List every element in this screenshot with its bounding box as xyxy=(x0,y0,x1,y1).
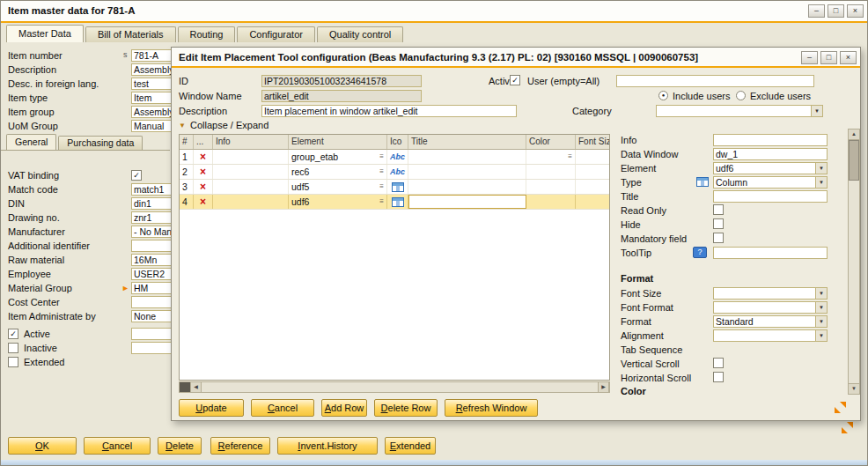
delete-row-icon[interactable]: × xyxy=(200,152,206,162)
chevron-down-icon[interactable]: ▼ xyxy=(815,288,827,299)
font-size-dropdown[interactable]: ▼ xyxy=(713,287,828,300)
cell-font-size[interactable] xyxy=(576,195,610,209)
drag-handle-icon[interactable]: ≡ xyxy=(379,198,384,205)
cell-info[interactable] xyxy=(213,180,289,194)
inactive-checkbox[interactable] xyxy=(8,343,18,353)
cell-element[interactable]: udf5 xyxy=(291,180,309,194)
cell-color[interactable] xyxy=(526,180,576,194)
tab-configurator[interactable]: Configurator xyxy=(237,26,315,42)
cell-font-size[interactable] xyxy=(576,165,610,179)
grid-row[interactable]: 2 × rec6≡ Abc xyxy=(180,165,609,180)
chevron-down-icon[interactable]: ▼ xyxy=(811,106,822,116)
subtab-general[interactable]: General xyxy=(6,134,56,150)
exclude-users-radio[interactable] xyxy=(736,91,746,100)
chevron-down-icon[interactable]: ▼ xyxy=(815,316,827,327)
alignment-dropdown[interactable]: ▼ xyxy=(713,329,828,342)
grid-row[interactable]: 3 × udf5≡ xyxy=(180,180,609,195)
include-users-radio[interactable]: ● xyxy=(658,91,668,100)
tab-routing[interactable]: Routing xyxy=(178,26,236,42)
grid-horizontal-scrollbar[interactable]: ◀ ▶ xyxy=(179,381,610,393)
scrollbar-track[interactable] xyxy=(849,181,859,383)
cell-title-editing[interactable] xyxy=(408,195,526,209)
active-checkbox[interactable]: ✓ xyxy=(8,329,18,339)
cell-font-size[interactable] xyxy=(576,150,610,164)
delete-row-button[interactable]: Delete Row xyxy=(374,399,438,417)
scroll-up-icon[interactable]: ▲ xyxy=(849,129,859,140)
drag-handle-icon[interactable]: ≡ xyxy=(568,153,572,160)
vat-binding-checkbox[interactable]: ✓ xyxy=(131,170,142,181)
drag-handle-icon[interactable]: ≡ xyxy=(379,168,384,175)
refresh-window-button[interactable]: Refresh Window xyxy=(445,399,538,417)
scrollbar-thumb[interactable] xyxy=(849,140,859,181)
cell-info[interactable] xyxy=(213,150,289,164)
mandatory-field-checkbox[interactable] xyxy=(713,233,724,243)
scrollbar-track[interactable] xyxy=(202,382,598,392)
category-dropdown[interactable]: ▼ xyxy=(656,105,823,117)
dialog-vertical-scrollbar[interactable]: ▲ ▼ xyxy=(848,129,860,395)
cell-color[interactable] xyxy=(526,165,576,179)
cell-info[interactable] xyxy=(213,195,289,209)
scrollbar-thumb[interactable] xyxy=(180,382,190,392)
ok-button[interactable]: OK xyxy=(8,437,77,455)
chevron-down-icon[interactable]: ▼ xyxy=(815,302,827,313)
scroll-down-icon[interactable]: ▼ xyxy=(849,383,859,394)
description-field[interactable]: Item placement in window artikel_edit xyxy=(261,105,517,117)
chevron-down-icon[interactable]: ▼ xyxy=(815,163,827,174)
cell-element[interactable]: udf6 xyxy=(291,195,309,209)
scroll-right-icon[interactable]: ▶ xyxy=(598,382,609,392)
delete-row-icon[interactable]: × xyxy=(200,166,206,177)
drag-handle-icon[interactable]: ≡ xyxy=(379,153,384,160)
update-button[interactable]: Update xyxy=(179,399,244,417)
font-format-dropdown[interactable]: ▼ xyxy=(713,301,828,314)
read-only-checkbox[interactable] xyxy=(713,204,724,215)
restore-icon[interactable]: □ xyxy=(820,51,837,64)
cell-info[interactable] xyxy=(213,165,289,179)
add-row-button[interactable]: Add Row xyxy=(321,399,367,417)
collapse-expand-link[interactable]: Collapse / Expand xyxy=(190,120,268,130)
type-dropdown[interactable]: Column ▼ xyxy=(713,176,828,189)
cell-title[interactable] xyxy=(408,165,526,179)
extended-button[interactable]: Extended xyxy=(385,437,436,455)
minimize-icon[interactable]: – xyxy=(801,51,818,64)
vertical-scroll-checkbox[interactable] xyxy=(713,358,724,368)
cell-title[interactable] xyxy=(408,180,526,194)
tab-quality-control[interactable]: Quality control xyxy=(317,26,403,42)
tab-bill-of-materials[interactable]: Bill of Materials xyxy=(85,26,176,42)
data-window-field[interactable]: dw_1 xyxy=(713,148,828,160)
close-icon[interactable]: × xyxy=(840,51,857,64)
horizontal-scroll-checkbox[interactable] xyxy=(713,372,724,382)
format-dropdown[interactable]: Standard ▼ xyxy=(713,315,828,328)
tab-master-data[interactable]: Master Data xyxy=(6,25,84,42)
subtab-purchasing-data[interactable]: Purchasing data xyxy=(58,136,143,150)
cancel-button[interactable]: Cancel xyxy=(251,399,314,417)
chevron-down-icon[interactable]: ▼ xyxy=(815,177,827,188)
help-icon[interactable]: ? xyxy=(693,247,707,258)
cancel-button[interactable]: Cancel xyxy=(84,437,151,455)
expand-icon[interactable] xyxy=(842,422,853,433)
close-icon[interactable]: × xyxy=(847,4,864,18)
expand-icon[interactable] xyxy=(835,402,846,413)
invent-history-button[interactable]: Invent.History xyxy=(277,437,378,455)
grid-row-selected[interactable]: 4 × udf6≡ xyxy=(180,195,609,210)
active-checkbox[interactable]: ✓ xyxy=(510,75,520,85)
delete-row-icon[interactable]: × xyxy=(200,196,206,207)
delete-row-icon[interactable]: × xyxy=(200,181,206,192)
title-field[interactable] xyxy=(713,190,828,203)
cell-font-size[interactable] xyxy=(576,180,610,194)
cell-element[interactable]: group_etab xyxy=(291,150,338,164)
chevron-down-icon[interactable]: ▼ xyxy=(815,330,827,341)
scroll-left-icon[interactable]: ◀ xyxy=(190,382,202,392)
element-dropdown[interactable]: udf6 ▼ xyxy=(713,162,828,174)
grid-row[interactable]: 1 × group_etab≡ Abc ≡ xyxy=(180,150,609,165)
link-arrow-icon[interactable]: ► xyxy=(121,283,129,293)
info-field[interactable] xyxy=(713,134,828,146)
cell-title[interactable] xyxy=(408,150,526,164)
hide-checkbox[interactable] xyxy=(713,218,724,229)
user-field[interactable] xyxy=(616,75,814,87)
cell-color[interactable] xyxy=(526,195,576,209)
minimize-icon[interactable]: – xyxy=(808,4,825,18)
reference-button[interactable]: Reference xyxy=(210,437,270,455)
delete-button[interactable]: Delete xyxy=(158,437,202,455)
extended-checkbox[interactable] xyxy=(8,357,18,367)
cell-element[interactable]: rec6 xyxy=(291,165,309,179)
